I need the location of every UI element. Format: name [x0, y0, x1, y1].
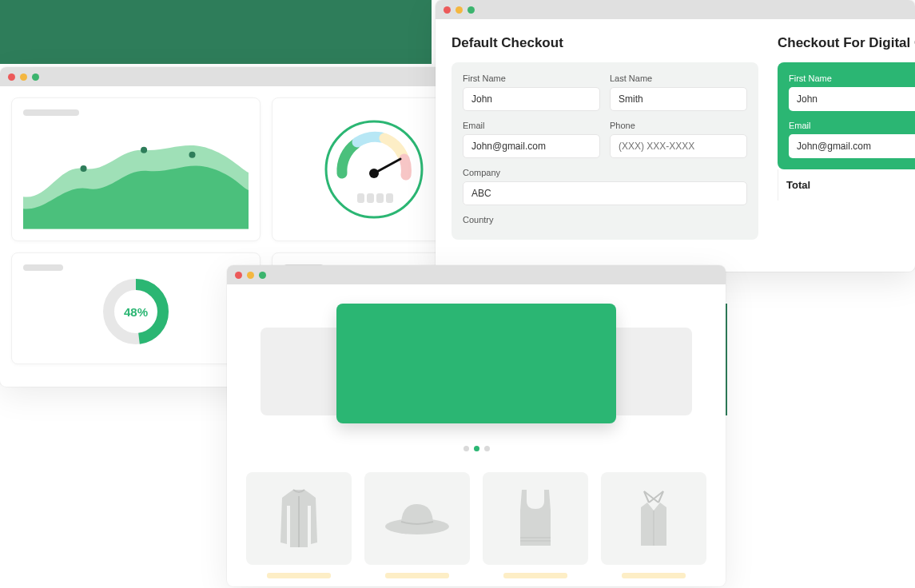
svg-rect-6 [357, 193, 364, 203]
svg-line-5 [374, 159, 400, 173]
card-title-placeholder [23, 264, 63, 271]
svg-rect-9 [386, 193, 393, 203]
last-name-label: Last Name [610, 74, 747, 83]
area-chart [23, 124, 249, 229]
company-field[interactable] [463, 181, 747, 205]
minimize-icon[interactable] [247, 272, 254, 279]
donut-card: 48% [11, 252, 261, 364]
product-card[interactable] [483, 472, 588, 578]
digital-checkout-form: First Name Last Name Email Phone [778, 62, 915, 169]
svg-rect-8 [376, 193, 384, 203]
email-field[interactable] [463, 134, 600, 158]
maximize-icon[interactable] [259, 272, 266, 279]
product-card[interactable] [601, 472, 706, 578]
product-title-placeholder [385, 573, 449, 578]
background-accent-top [0, 0, 432, 64]
pager-dot[interactable] [474, 446, 479, 451]
product-title-placeholder [622, 573, 686, 578]
company-label: Company [463, 168, 747, 177]
window-titlebar [227, 265, 726, 284]
digital-checkout-column: Checkout For Digital Goods (Optimize Che… [778, 35, 915, 240]
product-card[interactable] [364, 472, 470, 578]
email-field[interactable] [789, 134, 915, 158]
close-icon[interactable] [8, 74, 15, 81]
digital-checkout-title: Checkout For Digital Goods (Optimize Che… [778, 35, 915, 51]
product-title-placeholder [267, 573, 331, 578]
first-name-field[interactable] [789, 87, 915, 111]
window-titlebar [0, 67, 478, 86]
phone-label: Phone [610, 121, 747, 130]
product-card[interactable] [246, 472, 352, 578]
camisole-icon [630, 487, 678, 550]
area-chart-card [11, 97, 261, 241]
donut-value: 48% [124, 305, 148, 319]
svg-point-2 [189, 152, 195, 158]
first-name-label: First Name [789, 74, 915, 83]
gauge-chart [322, 117, 426, 221]
window-titlebar [436, 0, 915, 19]
close-icon[interactable] [444, 6, 451, 14]
email-label: Email [789, 121, 915, 130]
pager-dot[interactable] [484, 446, 490, 451]
hero-carousel[interactable] [246, 304, 706, 439]
product-title-placeholder [503, 573, 567, 578]
default-checkout-column: Default Checkout First Name Last Name Em… [452, 35, 758, 240]
minimize-icon[interactable] [456, 6, 463, 14]
product-image-hat [364, 472, 470, 565]
product-image-jacket [246, 472, 352, 565]
carousel-pager [463, 446, 490, 451]
hat-icon [381, 495, 453, 542]
total-label: Total [786, 179, 810, 191]
maximize-icon[interactable] [467, 6, 475, 14]
product-image-tank-top [483, 472, 588, 565]
svg-point-1 [141, 147, 147, 153]
last-name-field[interactable] [610, 87, 747, 111]
country-label: Country [463, 215, 747, 224]
svg-rect-7 [367, 193, 374, 203]
minimize-icon[interactable] [20, 74, 27, 81]
carousel-slide-active [336, 304, 616, 423]
maximize-icon[interactable] [32, 74, 39, 81]
checkout-window: Default Checkout First Name Last Name Em… [436, 0, 915, 272]
phone-field[interactable] [610, 134, 747, 158]
default-checkout-form: First Name Last Name Email Phone [452, 62, 758, 240]
product-grid [246, 472, 706, 578]
svg-point-0 [81, 165, 87, 172]
jacket-icon [271, 487, 327, 550]
order-total-row: Total $150 [778, 169, 915, 201]
first-name-field[interactable] [463, 87, 600, 111]
default-checkout-title: Default Checkout [452, 35, 758, 51]
pager-dot[interactable] [463, 446, 469, 451]
storefront-window [227, 265, 726, 586]
product-image-camisole [601, 472, 706, 565]
tank-top-icon [511, 487, 560, 550]
first-name-label: First Name [463, 74, 600, 83]
close-icon[interactable] [235, 272, 242, 279]
email-label: Email [463, 121, 600, 130]
card-title-placeholder [23, 109, 79, 116]
